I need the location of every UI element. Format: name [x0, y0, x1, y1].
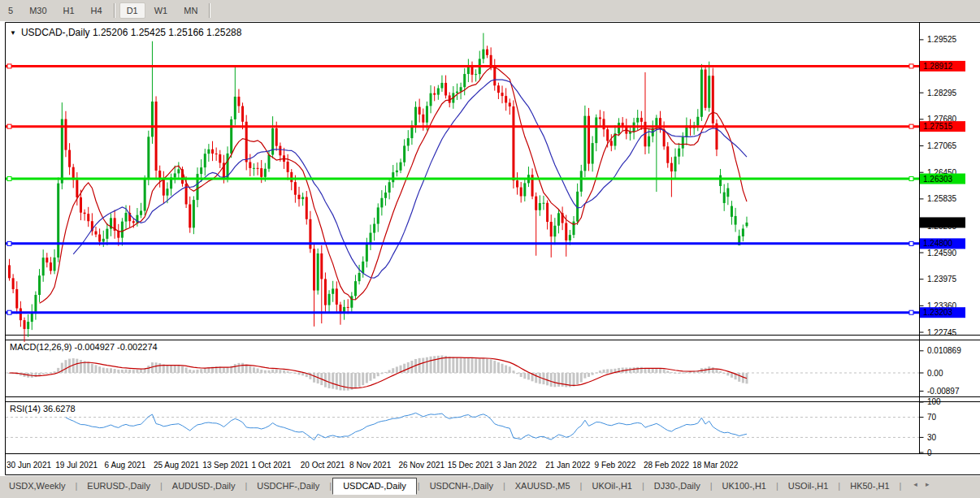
rsi-panel-plot[interactable]	[6, 413, 919, 440]
panel-frames	[6, 23, 980, 475]
toolbar-separator	[209, 3, 210, 18]
chart-tab-xauusd-m5[interactable]: XAUUSD-,M5	[506, 479, 579, 494]
timeframe-button-h4[interactable]: H4	[84, 2, 110, 19]
date-label: 21 Jan 2022	[545, 461, 590, 470]
chart-tab-uk100-h1[interactable]: UK100-,H1	[713, 479, 775, 494]
date-axis[interactable]: 30 Jun 202119 Jul 20216 Aug 202125 Aug 2…	[7, 461, 739, 470]
line-handle[interactable]	[7, 177, 11, 181]
chart-tab-hk50-h1[interactable]: HK50-,H1	[841, 479, 898, 494]
date-label: 19 Jul 2021	[55, 461, 98, 470]
svg-text:70: 70	[927, 413, 937, 422]
svg-text:0.010869: 0.010869	[927, 346, 961, 355]
date-label: 8 Nov 2021	[349, 461, 392, 470]
svg-text:1.28295: 1.28295	[927, 89, 957, 97]
chart-tabs: USDX,Weekly|EURUSD-,Daily|AUDUSD-,Daily|…	[0, 477, 902, 495]
chart-tab-dj30-daily[interactable]: DJ30-,Daily	[645, 479, 709, 494]
chart-window[interactable]: 1.295251.282951.276801.270651.264501.258…	[0, 21, 980, 476]
chart-tab-eurusd-daily[interactable]: EURUSD-,Daily	[78, 479, 159, 494]
tab-scroll-left-icon[interactable]: ◂	[913, 480, 917, 488]
svg-text:0.00: 0.00	[927, 369, 943, 378]
macd-indicator-label: MACD(12,26,9) -0.004927 -0.002274	[10, 342, 158, 352]
date-label: 9 Feb 2022	[595, 461, 636, 470]
date-label: 1 Oct 2021	[252, 461, 292, 470]
mt4-terminal: 5M30H1H4D1W1MN 1.295251.282951.276801.27…	[0, 0, 980, 498]
svg-text:1.27515: 1.27515	[923, 122, 953, 131]
chart-tab-usoil-h1[interactable]: USOil-,H1	[779, 479, 838, 494]
svg-text:1.29525: 1.29525	[927, 35, 957, 44]
date-label: 3 Jan 2022	[497, 461, 537, 470]
tab-scroll-arrows: ◂ ▸	[913, 480, 929, 488]
timeframe-button-h1[interactable]: H1	[56, 2, 82, 19]
svg-text:-0.00897: -0.00897	[927, 387, 960, 396]
svg-text:1.22745: 1.22745	[927, 328, 957, 337]
chart-title-text: USDCAD-,Daily 1.25206 1.25425 1.25166 1.…	[21, 27, 242, 38]
timeframe-button-d1[interactable]: D1	[119, 2, 145, 19]
timeframe-button-mn[interactable]: MN	[176, 2, 205, 19]
macd-axis[interactable]: 0.0108690.00-0.00897	[920, 346, 962, 396]
timeframe-button-m30[interactable]: M30	[22, 2, 54, 19]
line-handle[interactable]	[7, 64, 11, 68]
date-label: 20 Oct 2021	[301, 461, 345, 470]
chart-tab-audusd-daily[interactable]: AUDUSD-,Daily	[163, 479, 245, 494]
rsi-axis[interactable]: 10070300	[920, 397, 942, 457]
symbol-dropdown-icon[interactable]: ▼	[10, 29, 16, 37]
svg-text:1.28912: 1.28912	[923, 62, 953, 71]
chart-tab-usdx-weekly[interactable]: USDX,Weekly	[0, 479, 74, 494]
chart-tab-ukoil-h1[interactable]: UKOil-,H1	[583, 479, 641, 494]
svg-text:1.24800: 1.24800	[923, 239, 953, 248]
macd-panel-plot[interactable]	[6, 355, 919, 390]
svg-text:1.24590: 1.24590	[927, 249, 957, 258]
price-axis[interactable]: 1.295251.282951.276801.270651.264501.258…	[920, 35, 966, 336]
price-chart-plot[interactable]	[8, 33, 748, 342]
date-label: 15 Dec 2021	[448, 461, 494, 470]
timeframe-button-5[interactable]: 5	[1, 2, 20, 19]
line-handle[interactable]	[909, 124, 913, 128]
tab-separator: |	[899, 481, 903, 491]
toolbar-separator	[114, 3, 115, 18]
chart-tab-usdcad-daily[interactable]: USDCAD-,Daily	[332, 478, 417, 495]
line-handle[interactable]	[909, 64, 913, 68]
horizontal-lines[interactable]	[6, 64, 919, 314]
tab-scroll-right-icon[interactable]: ▸	[926, 480, 930, 488]
chart-tab-bar: USDX,Weekly|EURUSD-,Daily|AUDUSD-,Daily|…	[0, 476, 980, 498]
chart-canvas[interactable]: 1.295251.282951.276801.270651.264501.258…	[0, 21, 980, 476]
svg-text:1.23975: 1.23975	[927, 275, 957, 284]
current-price-text: 1.25288	[923, 218, 953, 227]
svg-text:1.27065: 1.27065	[927, 141, 957, 150]
line-handle[interactable]	[7, 310, 11, 314]
svg-text:1.26303: 1.26303	[923, 175, 953, 184]
line-handle[interactable]	[909, 310, 913, 314]
date-label: 18 Mar 2022	[692, 461, 739, 470]
line-handle[interactable]	[7, 241, 11, 245]
timeframe-toolbar: 5M30H1H4D1W1MN	[0, 0, 980, 21]
date-label: 26 Nov 2021	[398, 461, 444, 470]
line-handle[interactable]	[909, 241, 913, 245]
svg-text:30: 30	[927, 433, 937, 442]
chart-tab-usdchf-daily[interactable]: USDCHF-,Daily	[248, 479, 328, 494]
date-label: 28 Feb 2022	[644, 461, 690, 470]
timeframe-button-w1[interactable]: W1	[147, 2, 176, 19]
date-label: 25 Aug 2021	[154, 461, 200, 470]
svg-text:1.23203: 1.23203	[923, 308, 953, 317]
svg-text:1.25835: 1.25835	[927, 194, 957, 203]
rsi-indicator-label: RSI(14) 36.6278	[10, 404, 76, 414]
chart-tab-usdcnh-daily[interactable]: USDCNH-,Daily	[421, 479, 502, 494]
line-handle[interactable]	[909, 177, 913, 181]
date-label: 6 Aug 2021	[105, 461, 146, 470]
date-label: 30 Jun 2021	[7, 461, 51, 470]
line-handle[interactable]	[7, 124, 11, 128]
svg-text:100: 100	[927, 397, 941, 406]
date-label: 13 Sep 2021	[202, 461, 249, 470]
svg-text:0: 0	[927, 448, 932, 457]
chart-title: ▼USDCAD-,Daily 1.25206 1.25425 1.25166 1…	[10, 27, 241, 38]
